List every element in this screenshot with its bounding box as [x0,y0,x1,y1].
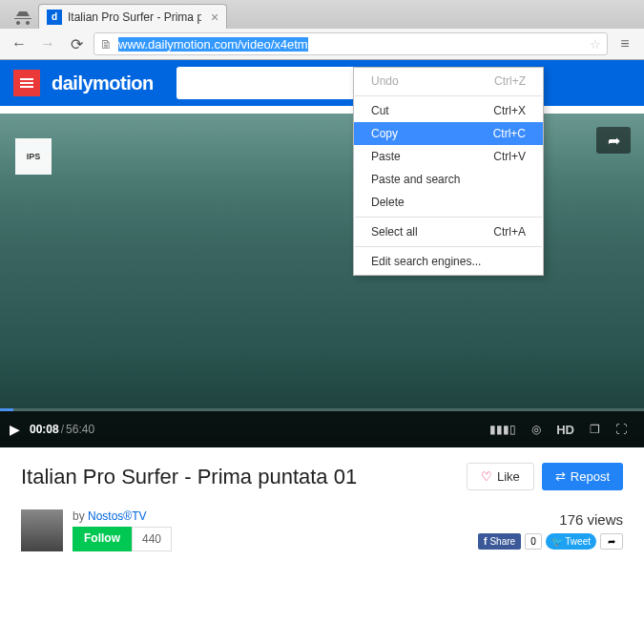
repost-button[interactable]: ⇄Repost [542,463,623,490]
video-player[interactable]: IPS ➦ ▶ 00:08 / 56:40 ▮▮▮▯ ◎ HD ❐ ⛶ [0,114,644,447]
fullscreen-icon[interactable]: ⛶ [615,423,627,436]
ctx-edit-engines[interactable]: Edit search engines... [354,250,543,273]
bookmark-star-icon[interactable]: ☆ [590,37,601,52]
incognito-icon [8,6,38,29]
url-bar[interactable]: 🗎 www.dailymotion.com/video/x4etm ☆ [93,32,608,55]
video-info-row: Italian Pro Surfer - Prima puntata 01 ♡L… [0,447,644,506]
volume-icon[interactable]: ▮▮▮▯ [489,423,516,436]
browser-tab[interactable]: d Italian Pro Surfer - Prima p × [38,4,227,29]
time-duration: 56:40 [66,423,94,436]
share-small-icon[interactable]: ➦ [600,533,623,550]
view-count: 176 views [559,511,623,528]
site-logo[interactable]: dailymotion [52,73,154,94]
video-frame [0,114,644,447]
ctx-copy[interactable]: CopyCtrl+C [354,122,543,145]
time-current: 00:08 [30,423,59,436]
channel-row: by Nostos®TV Follow 440 176 views f Shar… [0,506,644,555]
url-text: www.dailymotion.com/video/x4etm [118,37,308,52]
tab-title: Italian Pro Surfer - Prima p [68,10,201,24]
channel-link[interactable]: Nostos®TV [88,509,147,523]
ctx-divider [355,246,542,247]
pip-icon[interactable]: ❐ [590,423,600,436]
forward-button: → [36,32,59,55]
follower-count: 440 [132,527,172,551]
cast-icon[interactable]: ◎ [531,423,541,436]
ctx-paste[interactable]: PasteCtrl+V [354,145,543,168]
like-button[interactable]: ♡Like [467,463,534,490]
site-header: dailymotion [0,60,644,106]
tab-close-icon[interactable]: × [211,10,218,25]
share-overlay-icon[interactable]: ➦ [596,127,631,154]
heart-icon: ♡ [481,469,492,484]
fb-share-count: 0 [525,533,542,550]
repost-icon: ⇄ [555,469,566,484]
reload-button[interactable]: ⟳ [65,32,88,55]
ctx-select-all[interactable]: Select allCtrl+A [354,220,543,243]
fb-share-button[interactable]: f Share [478,533,521,550]
ctx-paste-search[interactable]: Paste and search [354,168,543,191]
ctx-divider [355,217,542,218]
tab-bar: d Italian Pro Surfer - Prima p × [0,0,644,29]
page-content: dailymotion IPS ➦ ▶ 00:08 / 56:40 ▮▮▮▯ ◎… [0,60,644,555]
player-controls: ▶ 00:08 / 56:40 ▮▮▮▯ ◎ HD ❐ ⛶ [0,411,644,447]
play-button[interactable]: ▶ [10,422,20,437]
follow-button[interactable]: Follow [73,527,132,551]
quality-button[interactable]: HD [556,423,574,437]
browser-toolbar: ← → ⟳ 🗎 www.dailymotion.com/video/x4etm … [0,29,644,59]
video-watermark: IPS [15,138,52,175]
hamburger-icon[interactable] [13,70,40,96]
channel-avatar[interactable] [21,509,63,551]
ctx-divider [355,95,542,96]
ctx-undo: UndoCtrl+Z [354,70,543,93]
channel-byline: by Nostos®TV [73,509,172,523]
browser-menu-icon[interactable]: ≡ [613,32,636,55]
ctx-cut[interactable]: CutCtrl+X [354,99,543,122]
back-button[interactable]: ← [8,32,31,55]
action-buttons: ♡Like ⇄Repost [467,463,623,490]
tweet-button[interactable]: 🐦 Tweet [546,533,596,550]
video-title: Italian Pro Surfer - Prima puntata 01 [21,465,357,489]
page-icon: 🗎 [100,37,113,52]
ctx-delete[interactable]: Delete [354,191,543,214]
context-menu: UndoCtrl+Z CutCtrl+X CopyCtrl+C PasteCtr… [353,67,544,276]
browser-chrome: d Italian Pro Surfer - Prima p × ← → ⟳ 🗎… [0,0,644,60]
tab-favicon: d [47,10,62,25]
progress-bar[interactable] [0,408,644,411]
